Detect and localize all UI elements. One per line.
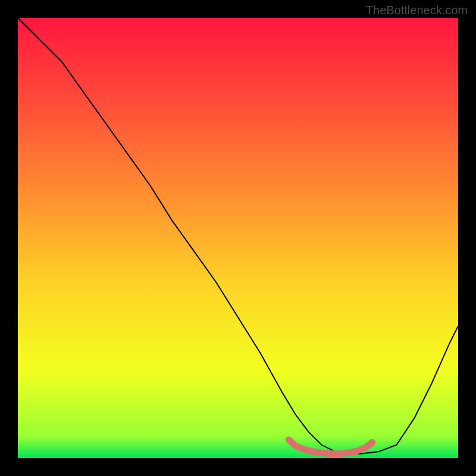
- chart-frame: { "attribution": "TheBottleneck.com", "p…: [0, 0, 476, 476]
- attribution-text: TheBottleneck.com: [366, 4, 468, 17]
- plot-background: [18, 18, 458, 458]
- chart-svg: [0, 0, 476, 476]
